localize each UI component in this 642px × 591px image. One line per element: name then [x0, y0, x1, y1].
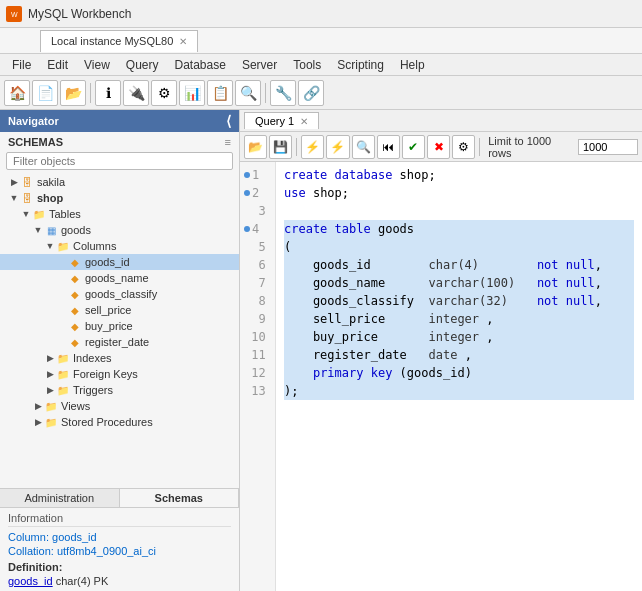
toolbar-info[interactable]: ℹ	[95, 80, 121, 106]
query-tab-1-close[interactable]: ✕	[300, 116, 308, 127]
tab-administration[interactable]: Administration	[0, 489, 120, 507]
menu-file[interactable]: File	[4, 57, 39, 73]
q-stop-btn[interactable]: ⏮	[377, 135, 400, 159]
toolbar-new-query[interactable]: 📄	[32, 80, 58, 106]
menu-tools[interactable]: Tools	[285, 57, 329, 73]
limit-input[interactable]	[578, 139, 638, 155]
query-tabs: Query 1 ✕	[240, 110, 642, 132]
tree-goods[interactable]: ▼ ▦ goods	[0, 222, 239, 238]
tree-stored-procedures[interactable]: ▶ 📁 Stored Procedures	[0, 414, 239, 430]
admin-schema-tabs: Administration Schemas	[0, 489, 239, 508]
tree-goods-name[interactable]: ▶ ◆ goods_name	[0, 270, 239, 286]
svg-text:W: W	[11, 11, 18, 18]
q-save-btn[interactable]: 💾	[269, 135, 292, 159]
toolbar-migration[interactable]: 🔧	[270, 80, 296, 106]
q-execute-btn[interactable]: ⚡	[301, 135, 324, 159]
foreign-keys-label: Foreign Keys	[73, 368, 138, 380]
code-line-7: goods_name varchar(100) not null,	[284, 274, 634, 292]
indexes-arrow: ▶	[44, 353, 56, 363]
menu-query[interactable]: Query	[118, 57, 167, 73]
q-open-btn[interactable]: 📂	[244, 135, 267, 159]
indexes-label: Indexes	[73, 352, 112, 364]
register-date-col-icon: ◆	[68, 335, 82, 349]
line-4-num: 4	[240, 220, 275, 238]
toolbar-manage-connections[interactable]: 🔌	[123, 80, 149, 106]
code-line-2: use shop;	[284, 184, 634, 202]
line-2-num: 2	[240, 184, 275, 202]
q-rollback-btn[interactable]: ✖	[427, 135, 450, 159]
toolbar-schema[interactable]: ⚙	[151, 80, 177, 106]
goods-name-col-icon: ◆	[68, 271, 82, 285]
query-tab-1[interactable]: Query 1 ✕	[244, 112, 319, 129]
code-line-12: primary key (goods_id)	[284, 364, 634, 382]
toolbar-inspect[interactable]: 🔍	[235, 80, 261, 106]
line-numbers: 1 2 3 4 5 6 7 8 9 10 11 12 13	[240, 162, 276, 591]
menu-database[interactable]: Database	[167, 57, 234, 73]
tree-buy-price[interactable]: ▶ ◆ buy_price	[0, 318, 239, 334]
code-content[interactable]: create database shop; use shop; create t…	[276, 162, 642, 591]
tree-goods-id[interactable]: ▶ ◆ goods_id	[0, 254, 239, 270]
menu-help[interactable]: Help	[392, 57, 433, 73]
column-label: Column:	[8, 531, 49, 543]
tab-schemas[interactable]: Schemas	[120, 489, 240, 507]
toolbar-table-schema[interactable]: 📋	[207, 80, 233, 106]
toolbar-table-data[interactable]: 📊	[179, 80, 205, 106]
q-commit-btn[interactable]: ✔	[402, 135, 425, 159]
q-execute-selection-btn[interactable]: ⚡	[326, 135, 349, 159]
menu-view[interactable]: View	[76, 57, 118, 73]
tab-bar: Local instance MySQL80 ✕	[0, 28, 642, 54]
line-12-num: 12	[240, 364, 275, 382]
toolbar-open[interactable]: 📂	[60, 80, 86, 106]
tree-indexes[interactable]: ▶ 📁 Indexes	[0, 350, 239, 366]
code-line-5: (	[284, 238, 634, 256]
menu-edit[interactable]: Edit	[39, 57, 76, 73]
line-3-num: 3	[240, 202, 275, 220]
register-date-label: register_date	[85, 336, 149, 348]
filter-input[interactable]	[6, 152, 233, 170]
tree-tables[interactable]: ▼ 📁 Tables	[0, 206, 239, 222]
line-8-num: 8	[240, 292, 275, 310]
tree-register-date[interactable]: ▶ ◆ register_date	[0, 334, 239, 350]
line-13-num: 13	[240, 382, 275, 400]
app-icon: W	[6, 6, 22, 22]
tree-sakila[interactable]: ▶ 🗄 sakila	[0, 174, 239, 190]
shop-db-icon: 🗄	[20, 191, 34, 205]
tree-shop[interactable]: ▼ 🗄 shop	[0, 190, 239, 206]
menu-bar: File Edit View Query Database Server Too…	[0, 54, 642, 76]
code-line-1: create database shop;	[284, 166, 634, 184]
triggers-label: Triggers	[73, 384, 113, 396]
query-toolbar: 📂 💾 ⚡ ⚡ 🔍 ⏮ ✔ ✖ ⚙ Limit to 1000 rows	[240, 132, 642, 162]
left-bottom: Administration Schemas Information Colum…	[0, 488, 239, 591]
def-col-name: goods_id	[8, 575, 53, 587]
navigator-expand-icon[interactable]: ⟨	[226, 113, 231, 129]
tree-foreign-keys[interactable]: ▶ 📁 Foreign Keys	[0, 366, 239, 382]
goods-id-label: goods_id	[85, 256, 130, 268]
line-6-num: 6	[240, 256, 275, 274]
tree-goods-classify[interactable]: ▶ ◆ goods_classify	[0, 286, 239, 302]
information-header: Information	[8, 512, 231, 527]
menu-scripting[interactable]: Scripting	[329, 57, 392, 73]
tree-triggers[interactable]: ▶ 📁 Triggers	[0, 382, 239, 398]
collation-label: Collation:	[8, 545, 54, 557]
line-1-num: 1	[240, 166, 275, 184]
definition-detail: goods_id char(4) PK	[8, 575, 231, 587]
toolbar-mysql-fabric[interactable]: 🔗	[298, 80, 324, 106]
tree-views[interactable]: ▶ 📁 Views	[0, 398, 239, 414]
goods-name-label: goods_name	[85, 272, 149, 284]
tree-columns[interactable]: ▼ 📁 Columns	[0, 238, 239, 254]
instance-tab-close[interactable]: ✕	[179, 36, 187, 47]
shop-arrow: ▼	[8, 193, 20, 203]
code-line-8: goods_classify varchar(32) not null,	[284, 292, 634, 310]
buy-price-label: buy_price	[85, 320, 133, 332]
toolbar-home[interactable]: 🏠	[4, 80, 30, 106]
q-toggle-btn[interactable]: ⚙	[452, 135, 475, 159]
instance-tab[interactable]: Local instance MySQL80 ✕	[40, 30, 198, 52]
tree-sell-price[interactable]: ▶ ◆ sell_price	[0, 302, 239, 318]
line-2-dot	[244, 190, 250, 196]
q-explain-btn[interactable]: 🔍	[352, 135, 375, 159]
columns-label: Columns	[73, 240, 116, 252]
sakila-arrow: ▶	[8, 177, 20, 187]
menu-server[interactable]: Server	[234, 57, 285, 73]
sell-price-col-icon: ◆	[68, 303, 82, 317]
schemas-icon[interactable]: ≡	[225, 136, 231, 148]
